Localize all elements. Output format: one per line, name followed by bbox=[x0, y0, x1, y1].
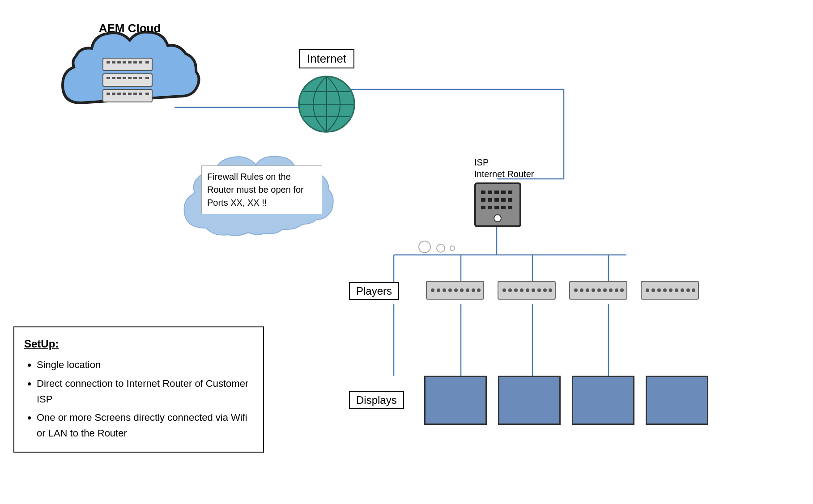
aem-cloud: AEM Cloud bbox=[54, 13, 206, 130]
svg-point-105 bbox=[692, 288, 695, 292]
svg-rect-56 bbox=[488, 198, 492, 202]
diagram-container: AEM Cloud bbox=[0, 0, 813, 504]
player-device-4 bbox=[641, 281, 699, 300]
display-3 bbox=[572, 376, 634, 425]
bubble-dot-large bbox=[418, 241, 431, 253]
svg-rect-36 bbox=[112, 93, 115, 95]
displays-section: Displays bbox=[349, 376, 708, 425]
svg-rect-64 bbox=[508, 206, 512, 209]
svg-rect-62 bbox=[494, 206, 499, 209]
svg-point-74 bbox=[472, 288, 475, 292]
globe-icon bbox=[295, 73, 358, 136]
svg-point-80 bbox=[520, 288, 524, 292]
svg-rect-51 bbox=[488, 191, 492, 194]
svg-rect-57 bbox=[494, 198, 499, 202]
svg-rect-25 bbox=[103, 74, 152, 86]
svg-point-92 bbox=[603, 288, 607, 292]
setup-item-1: Single location bbox=[37, 357, 253, 373]
svg-point-87 bbox=[574, 288, 578, 292]
svg-point-101 bbox=[669, 288, 673, 292]
aem-cloud-label: AEM Cloud bbox=[99, 21, 161, 35]
svg-point-88 bbox=[580, 288, 583, 292]
svg-point-102 bbox=[675, 288, 678, 292]
svg-point-95 bbox=[620, 288, 624, 292]
svg-rect-52 bbox=[494, 191, 499, 194]
display-1 bbox=[424, 376, 487, 425]
svg-rect-63 bbox=[501, 206, 506, 209]
svg-point-90 bbox=[592, 288, 595, 292]
display-4 bbox=[646, 376, 708, 425]
svg-point-94 bbox=[615, 288, 618, 292]
svg-rect-38 bbox=[123, 93, 126, 95]
svg-point-83 bbox=[537, 288, 541, 292]
svg-point-78 bbox=[508, 288, 512, 292]
player-device-3 bbox=[569, 281, 627, 300]
firewall-cloud: Firewall Rules on the Router must be ope… bbox=[175, 139, 371, 248]
svg-point-69 bbox=[443, 288, 446, 292]
svg-point-81 bbox=[526, 288, 529, 292]
svg-point-100 bbox=[663, 288, 667, 292]
setup-list: Single location Direct connection to Int… bbox=[24, 357, 253, 441]
svg-rect-22 bbox=[133, 61, 137, 64]
svg-rect-35 bbox=[106, 93, 110, 95]
svg-point-68 bbox=[437, 288, 440, 292]
svg-point-84 bbox=[543, 288, 547, 292]
svg-rect-53 bbox=[501, 191, 506, 194]
svg-rect-29 bbox=[123, 77, 126, 79]
svg-point-82 bbox=[532, 288, 535, 292]
svg-rect-33 bbox=[145, 77, 149, 79]
internet-group: Internet bbox=[295, 49, 358, 136]
svg-rect-41 bbox=[139, 93, 142, 95]
svg-point-77 bbox=[502, 288, 506, 292]
svg-point-65 bbox=[494, 215, 501, 222]
isp-router-group: ISP Internet Router bbox=[474, 157, 534, 229]
setup-item-2: Direct connection to Internet Router of … bbox=[37, 376, 253, 407]
svg-point-97 bbox=[646, 288, 649, 292]
svg-point-73 bbox=[466, 288, 469, 292]
svg-point-67 bbox=[431, 288, 434, 292]
setup-title: SetUp: bbox=[24, 335, 253, 352]
displays-label: Displays bbox=[349, 391, 404, 409]
setup-box: SetUp: Single location Direct connection… bbox=[13, 326, 264, 453]
player-device-1 bbox=[426, 281, 484, 300]
svg-rect-23 bbox=[139, 61, 142, 64]
svg-rect-40 bbox=[133, 93, 137, 95]
svg-rect-16 bbox=[103, 58, 152, 71]
svg-rect-58 bbox=[501, 198, 506, 202]
svg-rect-37 bbox=[117, 93, 121, 95]
svg-rect-32 bbox=[139, 77, 142, 79]
player-2 bbox=[498, 281, 556, 301]
svg-rect-50 bbox=[481, 191, 485, 194]
svg-point-79 bbox=[514, 288, 518, 292]
svg-point-70 bbox=[448, 288, 452, 292]
svg-rect-60 bbox=[481, 206, 485, 209]
svg-point-75 bbox=[477, 288, 481, 292]
internet-label: Internet bbox=[299, 49, 354, 68]
display-2 bbox=[498, 376, 561, 425]
svg-rect-61 bbox=[488, 206, 492, 209]
svg-point-72 bbox=[460, 288, 464, 292]
player-device-2 bbox=[498, 281, 556, 300]
svg-point-85 bbox=[549, 288, 552, 292]
svg-rect-20 bbox=[123, 61, 126, 64]
svg-rect-21 bbox=[128, 61, 132, 64]
svg-rect-54 bbox=[508, 191, 512, 194]
svg-rect-55 bbox=[481, 198, 485, 202]
svg-point-89 bbox=[586, 288, 589, 292]
firewall-cloud-svg: Firewall Rules on the Router must be ope… bbox=[175, 139, 371, 246]
svg-rect-26 bbox=[106, 77, 110, 79]
player-1 bbox=[426, 281, 484, 301]
svg-point-103 bbox=[681, 288, 684, 292]
svg-rect-31 bbox=[133, 77, 137, 79]
svg-rect-17 bbox=[106, 61, 110, 64]
router-device-svg bbox=[474, 182, 521, 227]
svg-point-99 bbox=[657, 288, 661, 292]
svg-rect-18 bbox=[112, 61, 115, 64]
isp-label: ISP Internet Router bbox=[474, 157, 534, 180]
bubble-dot-small bbox=[450, 246, 455, 251]
svg-rect-27 bbox=[112, 77, 115, 79]
svg-point-71 bbox=[454, 288, 458, 292]
svg-point-93 bbox=[609, 288, 613, 292]
svg-rect-28 bbox=[117, 77, 121, 79]
player-3 bbox=[569, 281, 627, 301]
